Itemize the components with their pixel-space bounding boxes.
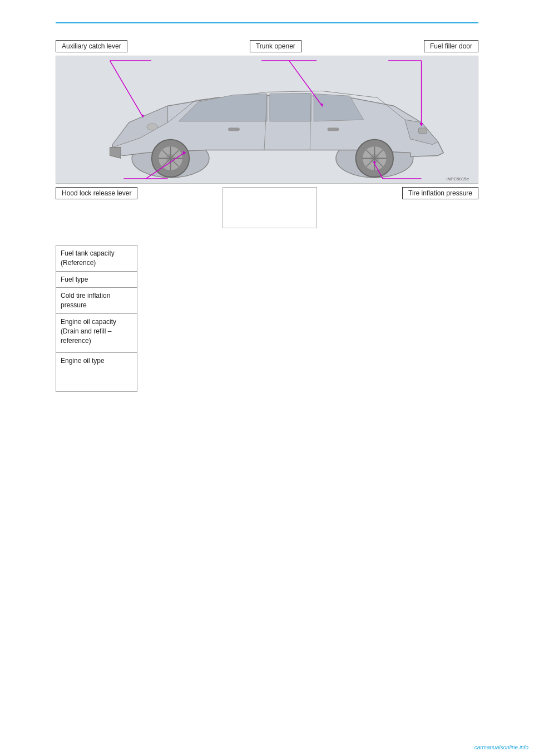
car-diagram-wrapper: INPC5015e Hood lock release lever Tire i… [56, 56, 478, 228]
svg-rect-6 [328, 128, 339, 131]
engine-oil-type-cell: Engine oil type [56, 352, 137, 391]
cold-tire-inflation-cell: Cold tire inflationpressure [56, 288, 137, 314]
page-container: Auxiliary catch lever Trunk opener Fuel … [0, 0, 534, 756]
svg-text:INPC5015e: INPC5015e [446, 176, 469, 181]
svg-rect-5 [229, 128, 240, 131]
table-row-engine-oil-capacity: Engine oil capacity(Drain and refill –re… [56, 313, 137, 352]
table-row-fuel-type: Fuel type [56, 271, 137, 288]
fuel-type-cell: Fuel type [56, 271, 137, 288]
top-divider [56, 22, 478, 23]
car-image: INPC5015e [56, 56, 478, 184]
reference-table: Fuel tank capacity(Reference) Fuel type … [56, 245, 137, 392]
engine-oil-capacity-cell: Engine oil capacity(Drain and refill –re… [56, 313, 137, 352]
top-labels-row: Auxiliary catch lever Trunk opener Fuel … [56, 40, 478, 52]
fuel-tank-capacity-cell: Fuel tank capacity(Reference) [56, 246, 137, 272]
bottom-labels-row: Hood lock release lever Tire inflation p… [56, 187, 478, 228]
svg-rect-22 [419, 128, 427, 134]
auxiliary-catch-lever-label: Auxiliary catch lever [56, 40, 127, 52]
table-row-cold-tire: Cold tire inflationpressure [56, 288, 137, 314]
trunk-opener-label: Trunk opener [250, 40, 301, 52]
table-row-engine-oil-type: Engine oil type [56, 352, 137, 391]
tire-inflation-pressure-label: Tire inflation pressure [402, 187, 478, 199]
diagram-section: Auxiliary catch lever Trunk opener Fuel … [56, 40, 478, 392]
fuel-filler-door-label: Fuel filler door [424, 40, 478, 52]
car-svg: INPC5015e [56, 56, 478, 183]
center-bottom-box [222, 187, 317, 228]
bottom-logo: carmanualsonline.info [474, 744, 528, 750]
table-row-fuel-tank: Fuel tank capacity(Reference) [56, 246, 137, 272]
hood-lock-release-lever-label: Hood lock release lever [56, 187, 137, 199]
svg-point-21 [147, 124, 158, 130]
